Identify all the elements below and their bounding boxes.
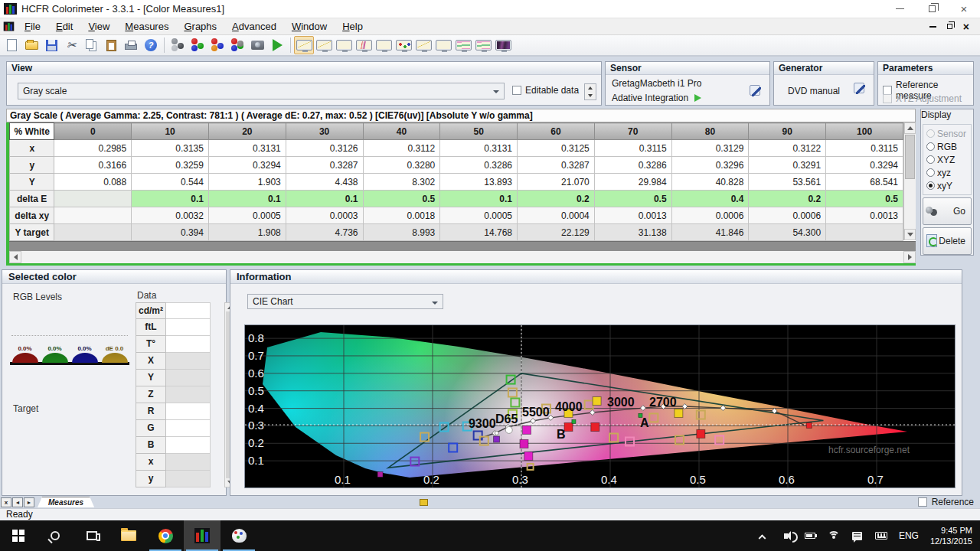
- grayscale-cell[interactable]: 4.736: [286, 224, 363, 241]
- view-cie-icon[interactable]: [394, 36, 413, 54]
- grayscale-cell[interactable]: 0.3122: [749, 140, 826, 157]
- grayscale-cell[interactable]: 0.3131: [440, 140, 518, 157]
- menu-graphs[interactable]: Graphs: [176, 19, 224, 34]
- grayscale-cell[interactable]: 1.908: [208, 224, 286, 241]
- sensor-run-icon[interactable]: [694, 94, 701, 102]
- grayscale-cell[interactable]: 4.438: [286, 174, 363, 191]
- view-measures-icon[interactable]: [294, 36, 314, 54]
- view-contrast-icon[interactable]: [413, 36, 433, 54]
- grayscale-cell[interactable]: 0.5: [826, 191, 903, 207]
- grayscale-cell[interactable]: 13.893: [440, 174, 518, 191]
- menu-measures[interactable]: Measures: [117, 19, 176, 34]
- language-indicator[interactable]: ENG: [899, 530, 919, 541]
- file-explorer-icon[interactable]: [110, 520, 147, 551]
- grayscale-col-header[interactable]: 10: [132, 123, 209, 140]
- view-saturation-icon[interactable]: [433, 36, 453, 54]
- grayscale-cell[interactable]: 0.0005: [208, 207, 286, 224]
- grayscale-cell[interactable]: [54, 207, 132, 224]
- close-button[interactable]: ×: [948, 0, 980, 18]
- data-row-value[interactable]: [166, 302, 211, 319]
- grayscale-cell[interactable]: 0.1: [208, 191, 286, 207]
- grayscale-cell[interactable]: 0.1: [440, 191, 518, 207]
- grayscale-cell[interactable]: 0.0003: [286, 207, 363, 224]
- grayscale-cell[interactable]: 0.0006: [749, 207, 826, 224]
- radio-icon[interactable]: [926, 155, 935, 164]
- new-icon[interactable]: [2, 36, 21, 54]
- grayscale-col-header[interactable]: 20: [208, 123, 286, 140]
- radio-icon[interactable]: [926, 142, 935, 151]
- clock[interactable]: 9:45 PM 12/13/2015: [930, 525, 972, 546]
- grayscale-cell[interactable]: 0.4: [671, 191, 749, 207]
- grayscale-cell[interactable]: 53.561: [749, 174, 826, 191]
- grayscale-cell[interactable]: 0.0013: [826, 207, 903, 224]
- grayscale-cell[interactable]: 29.984: [594, 174, 671, 191]
- grayscale-cell[interactable]: 0.3126: [286, 140, 363, 157]
- menu-file[interactable]: File: [17, 19, 48, 34]
- editable-data-checkbox[interactable]: [512, 86, 521, 95]
- data-row-value[interactable]: [166, 319, 211, 336]
- scroll-right-icon[interactable]: [903, 251, 916, 263]
- chevron-up-icon[interactable]: [756, 530, 769, 542]
- grayscale-cell[interactable]: 0.3286: [440, 157, 518, 174]
- grayscale-col-header[interactable]: 50: [440, 123, 518, 140]
- restore-button[interactable]: [916, 0, 948, 18]
- generator-edit-icon[interactable]: [854, 83, 864, 93]
- grayscale-cell[interactable]: 0.3259: [132, 157, 209, 174]
- spinner-up-icon[interactable]: [585, 84, 596, 92]
- grayscale-cell[interactable]: 0.3131: [208, 140, 286, 157]
- data-row-value[interactable]: [166, 336, 211, 353]
- view-color-temp-icon[interactable]: [374, 36, 394, 54]
- vscroll-thumb[interactable]: [905, 135, 915, 179]
- rgb-measure-icon[interactable]: [188, 36, 207, 54]
- grayscale-cell[interactable]: 21.070: [518, 174, 595, 191]
- grid-vertical-scrollbar[interactable]: [903, 122, 916, 240]
- reference-checkbox[interactable]: [918, 497, 927, 507]
- volume-icon[interactable]: [780, 530, 792, 542]
- continuous-measure-icon[interactable]: [227, 36, 247, 54]
- data-row-value[interactable]: [166, 420, 211, 437]
- grayscale-cell[interactable]: 0.0018: [363, 207, 440, 224]
- copy-icon[interactable]: [81, 36, 101, 54]
- minimize-button[interactable]: [884, 0, 916, 18]
- help-icon[interactable]: [141, 36, 161, 54]
- grayscale-cell[interactable]: 0.3125: [518, 140, 595, 157]
- grayscale-cell[interactable]: 0.2: [749, 191, 826, 207]
- scroll-left-icon[interactable]: [9, 251, 21, 263]
- grayscale-cell[interactable]: 0.0005: [440, 207, 518, 224]
- paint-icon[interactable]: [220, 520, 257, 551]
- grayscale-cell[interactable]: 31.138: [594, 224, 671, 241]
- grayscale-cell[interactable]: 0.3115: [826, 140, 903, 157]
- menu-edit[interactable]: Edit: [48, 19, 80, 34]
- radio-icon[interactable]: [926, 168, 935, 177]
- grayscale-cell[interactable]: 0.3294: [208, 157, 286, 174]
- menu-view[interactable]: View: [80, 19, 117, 34]
- spinner-down-icon[interactable]: [585, 92, 596, 99]
- grayscale-cell[interactable]: 0.0032: [132, 207, 209, 224]
- grid-horizontal-scrollbar[interactable]: [9, 251, 916, 263]
- run-measures-icon[interactable]: [267, 36, 287, 54]
- grayscale-cell[interactable]: 0.2: [518, 191, 595, 207]
- display-option-rgb[interactable]: RGB: [926, 140, 971, 153]
- grayscale-cell[interactable]: 0.2985: [54, 140, 132, 157]
- search-icon[interactable]: [37, 520, 74, 551]
- grayscale-cell[interactable]: 0.1: [132, 191, 209, 207]
- paste-icon[interactable]: [101, 36, 121, 54]
- grayscale-cell[interactable]: 0.3286: [594, 157, 671, 174]
- display-option-xyz[interactable]: XYZ: [926, 153, 971, 166]
- grayscale-cell[interactable]: 8.993: [363, 224, 440, 241]
- grayscale-cell[interactable]: 0.3294: [826, 157, 903, 174]
- grayscale-cell[interactable]: [54, 191, 132, 207]
- tab-measures[interactable]: Measures: [38, 497, 94, 507]
- menu-advanced[interactable]: Advanced: [224, 19, 284, 34]
- print-icon[interactable]: [121, 36, 141, 54]
- primaries-measure-icon[interactable]: [207, 36, 227, 54]
- grayscale-cell[interactable]: 0.544: [132, 174, 209, 191]
- tab-next-button[interactable]: ►: [24, 497, 34, 507]
- grayscale-cell[interactable]: 0.3287: [286, 157, 363, 174]
- notifications-icon[interactable]: [851, 530, 864, 542]
- grayscale-cell[interactable]: 0.0013: [594, 207, 671, 224]
- hcfr-app-icon[interactable]: [184, 520, 220, 551]
- sensor-edit-icon[interactable]: [750, 85, 760, 96]
- grayscale-col-header[interactable]: 100: [826, 123, 903, 140]
- grayscale-col-header[interactable]: 70: [594, 123, 671, 140]
